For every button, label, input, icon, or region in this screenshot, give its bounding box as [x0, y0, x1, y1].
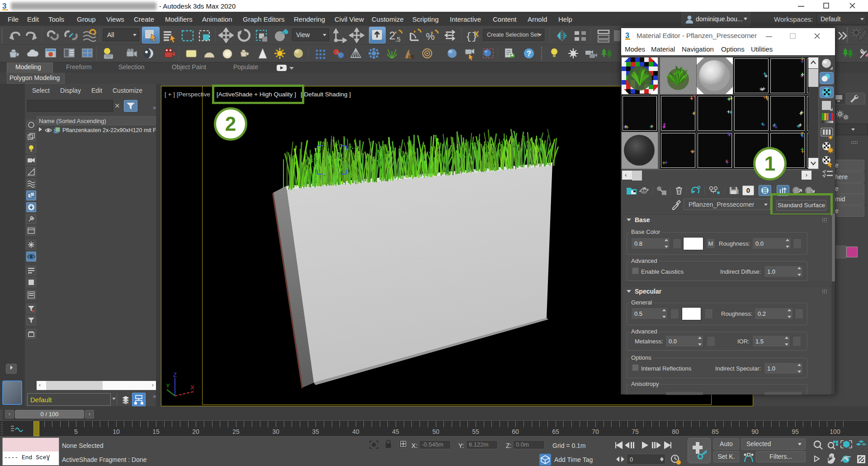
svg-text:?: ?	[527, 50, 531, 57]
svg-text:Y: Y	[166, 382, 170, 389]
svg-text:%: %	[426, 31, 435, 42]
svg-text:2: 2	[389, 29, 395, 42]
svg-text:HF: HF	[408, 54, 415, 60]
svg-text:3: 3	[625, 32, 629, 39]
svg-text:X: X	[190, 384, 194, 391]
svg-text:Z: Z	[173, 372, 177, 378]
svg-text:.5: .5	[395, 36, 401, 43]
svg-text:3: 3	[2, 2, 6, 10]
